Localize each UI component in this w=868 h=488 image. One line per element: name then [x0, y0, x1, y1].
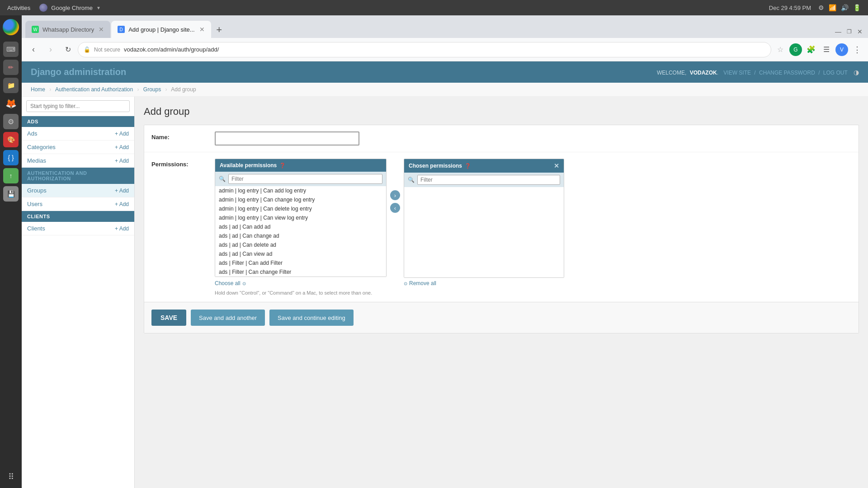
perm-item-2[interactable]: admin | log entry | Can delete log entry: [215, 204, 386, 213]
add-permission-button[interactable]: ›: [390, 190, 400, 200]
bookmark-icon[interactable]: ☆: [774, 43, 787, 56]
available-permissions-list[interactable]: admin | log entry | Can add log entry ad…: [215, 186, 386, 277]
sidebar-add-users[interactable]: + Add: [115, 201, 129, 207]
save-button[interactable]: SAVE: [151, 310, 186, 326]
sidebar-item-label-clients: Clients: [27, 225, 45, 232]
available-help-icon[interactable]: ❓: [279, 163, 286, 169]
firefox-icon[interactable]: 🦊: [3, 96, 19, 111]
perm-item-7[interactable]: ads | ad | Can view ad: [215, 249, 386, 258]
save-continue-button[interactable]: Save and continue editing: [269, 310, 354, 326]
tab2-close-icon[interactable]: ✕: [199, 26, 205, 33]
form-row-permissions: Permissions: Available permissions ❓: [144, 152, 859, 302]
remove-permission-button[interactable]: ‹: [390, 203, 400, 213]
tab-1[interactable]: W Whatsapp Directory ✕: [25, 21, 110, 38]
sidebar-item-label-medias: Medias: [27, 157, 46, 164]
perm-item-8[interactable]: ads | Filter | Can add Filter: [215, 258, 386, 267]
perm-item-1[interactable]: admin | log entry | Can change log entry: [215, 195, 386, 204]
sidebar-section-ads: ADS Ads + Add Categories + Add Medias + …: [22, 116, 134, 168]
sidebar-item-medias[interactable]: Medias + Add: [22, 154, 134, 168]
settings-icon[interactable]: ⚙: [818, 4, 824, 11]
name-input[interactable]: [215, 131, 359, 145]
perm-item-0[interactable]: admin | log entry | Can add log entry: [215, 186, 386, 195]
os-datetime: Dec 29 4:59 PM: [769, 5, 811, 11]
account-icon[interactable]: V: [835, 43, 848, 56]
terminal-icon[interactable]: ⌨: [3, 42, 19, 57]
extension-icon-1[interactable]: G: [789, 43, 802, 56]
app-icon: [39, 4, 47, 12]
sidebar-section-header-clients: CLIENTS: [22, 211, 134, 222]
sidebar-item-ads[interactable]: Ads + Add: [22, 127, 134, 141]
minimize-button[interactable]: —: [834, 27, 843, 36]
close-button[interactable]: ✕: [855, 27, 864, 36]
breadcrumb-home[interactable]: Home: [31, 86, 45, 93]
sidebar-item-users[interactable]: Users + Add: [22, 197, 134, 211]
chosen-permissions-list[interactable]: [404, 187, 564, 277]
reload-button[interactable]: ↻: [61, 42, 75, 57]
pencil-icon[interactable]: ✏: [3, 60, 19, 75]
chosen-search-icon: 🔍: [408, 177, 415, 183]
perm-item-4[interactable]: ads | ad | Can add ad: [215, 222, 386, 231]
sidebar-item-groups[interactable]: Groups + Add: [22, 184, 134, 197]
permissions-label: Permissions:: [151, 159, 215, 168]
volume-icon: 🔊: [841, 4, 849, 11]
django-header: Django administration WELCOME, VODAZOK. …: [22, 61, 868, 83]
search-icon: 🔍: [219, 176, 226, 182]
file-manager-icon[interactable]: 📁: [3, 78, 19, 93]
sidebar-add-ads[interactable]: + Add: [115, 131, 129, 137]
sidebar-item-label-groups: Groups: [27, 187, 47, 194]
django-title[interactable]: Django administration: [31, 67, 126, 77]
tab-2[interactable]: D Add group | Django site... ✕: [111, 21, 211, 38]
sidebar-add-groups[interactable]: + Add: [115, 188, 129, 194]
extension-icon-2[interactable]: 🧩: [805, 43, 817, 56]
address-bar[interactable]: 🔓 Not secure vodazok.com/admin/auth/grou…: [78, 42, 771, 57]
new-tab-button[interactable]: +: [212, 23, 226, 37]
browser-dropdown-icon[interactable]: ▼: [96, 5, 101, 10]
sidebar-section-header-auth: AUTHENTICATION AND AUTHORIZATION: [22, 168, 134, 184]
tab1-close-icon[interactable]: ✕: [99, 26, 104, 33]
activities-button[interactable]: Activities: [7, 5, 30, 11]
log-out-link[interactable]: LOG OUT: [823, 70, 848, 76]
sidebar-add-categories[interactable]: + Add: [115, 144, 129, 150]
perm-item-9[interactable]: ads | Filter | Can change Filter: [215, 267, 386, 277]
vscode-icon[interactable]: { }: [3, 150, 19, 165]
chosen-close-icon[interactable]: ✕: [554, 162, 559, 169]
lock-icon: 🔓: [84, 47, 90, 53]
chosen-help-icon[interactable]: ❓: [465, 163, 471, 169]
save-add-button[interactable]: Save and add another: [191, 310, 265, 326]
available-filter-input[interactable]: [228, 174, 382, 184]
sidebar-filter-input[interactable]: [26, 100, 130, 112]
not-secure-label: Not secure: [94, 47, 120, 53]
apps-icon[interactable]: ⠿: [3, 469, 19, 484]
chrome-icon[interactable]: [3, 19, 19, 35]
view-site-link[interactable]: VIEW SITE: [723, 70, 751, 76]
menu-icon[interactable]: ⋮: [851, 43, 863, 56]
sidebar-add-clients[interactable]: + Add: [115, 225, 129, 232]
perm-item-5[interactable]: ads | ad | Can change ad: [215, 231, 386, 240]
sidebar-toggle-icon[interactable]: ☰: [820, 43, 833, 56]
sidebar-item-label-categories: Categories: [27, 144, 56, 150]
settings-app-icon[interactable]: ⚙: [3, 114, 19, 129]
breadcrumb-groups[interactable]: Groups: [143, 86, 161, 93]
remove-all-link[interactable]: ⊙ Remove all: [404, 280, 436, 286]
sidebar-add-medias[interactable]: + Add: [115, 158, 129, 164]
maximize-button[interactable]: ❐: [844, 27, 854, 36]
perm-item-3[interactable]: admin | log entry | Can view log entry: [215, 213, 386, 222]
chosen-filter-input[interactable]: [417, 175, 560, 185]
paint-icon[interactable]: 🎨: [3, 132, 19, 147]
back-button[interactable]: ‹: [26, 42, 41, 57]
choose-all-link[interactable]: Choose all ⊙: [215, 280, 246, 286]
disk-icon[interactable]: 💾: [3, 186, 19, 202]
sidebar-item-clients[interactable]: Clients + Add: [22, 222, 134, 235]
url-display: vodazok.com/admin/auth/group/add/: [124, 46, 219, 53]
perm-item-6[interactable]: ads | ad | Can delete ad: [215, 240, 386, 249]
software-updater-icon[interactable]: ↑: [3, 168, 19, 183]
forward-button[interactable]: ›: [43, 42, 58, 57]
theme-toggle-icon[interactable]: ◑: [854, 69, 859, 76]
sidebar-item-categories[interactable]: Categories + Add: [22, 141, 134, 154]
breadcrumb-auth[interactable]: Authentication and Authorization: [55, 86, 133, 93]
sidebar-section-header-ads: ADS: [22, 116, 134, 127]
welcome-text: WELCOME,: [657, 70, 686, 76]
form-row-name: Name:: [144, 125, 859, 152]
change-password-link[interactable]: CHANGE PASSWORD: [759, 70, 815, 76]
name-label: Name:: [151, 131, 215, 141]
